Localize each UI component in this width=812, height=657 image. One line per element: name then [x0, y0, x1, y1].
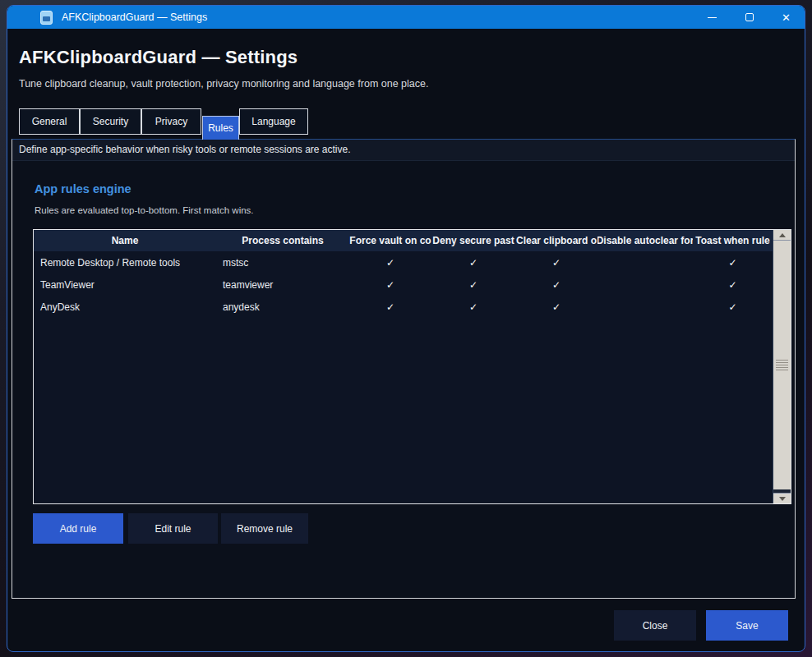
cell-process: teamviewer: [216, 273, 349, 296]
tab-label: Privacy: [155, 116, 187, 127]
table-scrollbar[interactable]: [773, 230, 791, 503]
tab-label: Rules: [208, 122, 233, 134]
column-header-process-contains[interactable]: Process contains: [216, 230, 349, 251]
cell-check-disable-autoclear: [597, 296, 693, 318]
scroll-down-icon: [779, 497, 786, 501]
close-dialog-button[interactable]: Close: [614, 610, 696, 641]
tab-description: Define app-specific behavior when risky …: [12, 140, 795, 161]
section-subtitle: Rules are evaluated top-to-bottom. First…: [35, 205, 254, 215]
cell-process: anydesk: [216, 296, 349, 318]
rules-tab-panel: Define app-specific behavior when risky …: [12, 139, 796, 599]
cell-name: AnyDesk: [34, 296, 216, 318]
scroll-up-icon: [779, 233, 786, 237]
cell-check-deny-secure: ✓: [431, 251, 515, 273]
cell-check-disable-autoclear: [597, 251, 693, 273]
column-header-clear-clipboard[interactable]: Clear clipboard o: [515, 230, 597, 251]
page-subtitle: Tune clipboard cleanup, vault protection…: [19, 78, 428, 90]
titlebar[interactable]: AFKClipboardGuard — Settings ✕: [7, 6, 805, 29]
tab-general[interactable]: General: [19, 108, 80, 135]
cell-check-deny-secure: ✓: [431, 273, 515, 296]
settings-window: AFKClipboardGuard — Settings ✕ AFKClipbo…: [7, 5, 805, 652]
remove-rule-button[interactable]: Remove rule: [221, 513, 308, 544]
cell-name: TeamViewer: [34, 273, 216, 296]
tab-language[interactable]: Language: [239, 108, 308, 135]
scrollbar-grip-icon: [776, 360, 788, 371]
table-header-row: Name Process contains Force vault on co …: [34, 230, 791, 251]
tab-label: Language: [251, 116, 295, 127]
close-button[interactable]: ✕: [768, 6, 805, 29]
maximize-button[interactable]: [731, 6, 768, 29]
cell-check-clear-clipboard: ✓: [515, 273, 597, 296]
scrollbar-thumb[interactable]: [773, 241, 791, 489]
column-header-force-vault[interactable]: Force vault on co: [349, 230, 431, 251]
cell-check-toast: ✓: [693, 296, 773, 318]
minimize-button[interactable]: [694, 6, 731, 29]
column-header-disable-autoclear[interactable]: Disable autoclear for: [597, 230, 693, 251]
save-button[interactable]: Save: [706, 610, 788, 641]
column-header-deny-secure[interactable]: Deny secure past: [431, 230, 515, 251]
cell-check-force-vault: ✓: [349, 296, 431, 318]
cell-check-deny-secure: ✓: [431, 296, 515, 318]
add-rule-button[interactable]: Add rule: [33, 513, 123, 544]
tab-security[interactable]: Security: [80, 108, 141, 135]
cell-check-disable-autoclear: [597, 273, 693, 296]
cell-check-clear-clipboard: ✓: [515, 296, 597, 318]
app-icon: [40, 11, 53, 25]
tab-privacy[interactable]: Privacy: [141, 108, 201, 135]
cell-check-toast: ✓: [693, 273, 773, 296]
table-row[interactable]: Remote Desktop / Remote tools mstsc ✓ ✓ …: [34, 251, 791, 273]
close-icon: ✕: [782, 12, 791, 23]
cell-check-toast: ✓: [693, 251, 773, 273]
cell-check-clear-clipboard: ✓: [515, 251, 597, 273]
column-header-toast[interactable]: Toast when rule: [693, 230, 773, 251]
page-title: AFKClipboardGuard — Settings: [19, 47, 298, 68]
edit-rule-button[interactable]: Edit rule: [128, 513, 218, 544]
rules-table: Name Process contains Force vault on co …: [33, 229, 791, 504]
table-row[interactable]: TeamViewer teamviewer ✓ ✓ ✓ ✓: [34, 273, 791, 296]
scroll-up-button[interactable]: [773, 230, 791, 241]
scroll-down-button[interactable]: [773, 493, 791, 503]
minimize-icon: [708, 17, 717, 18]
cell-process: mstsc: [216, 251, 349, 273]
cell-name: Remote Desktop / Remote tools: [34, 251, 216, 273]
tab-label: General: [32, 116, 67, 127]
maximize-icon: [745, 13, 754, 21]
section-title: App rules engine: [35, 182, 131, 195]
tab-label: Security: [93, 116, 128, 127]
titlebar-title: AFKClipboardGuard — Settings: [62, 11, 207, 23]
table-row[interactable]: AnyDesk anydesk ✓ ✓ ✓ ✓: [34, 296, 791, 318]
cell-check-force-vault: ✓: [349, 251, 431, 273]
column-header-name[interactable]: Name: [34, 230, 216, 251]
cell-check-force-vault: ✓: [349, 273, 431, 296]
tab-rules[interactable]: Rules: [202, 116, 239, 140]
window-controls: ✕: [694, 6, 805, 29]
